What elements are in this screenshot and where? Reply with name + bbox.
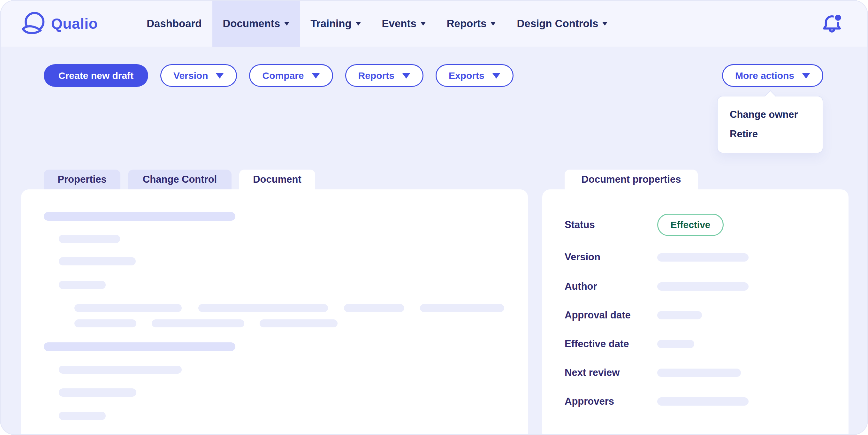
skeleton-line <box>152 319 244 328</box>
document-properties-card: Status Effective Version Author Approval… <box>542 189 848 435</box>
author-label: Author <box>565 281 597 292</box>
skeleton-line <box>260 319 338 328</box>
effective-date-value-skeleton <box>657 340 694 348</box>
exports-dropdown-button[interactable]: Exports <box>436 64 514 87</box>
skeleton-line <box>420 304 504 312</box>
skeleton-line <box>59 257 136 266</box>
skeleton-line <box>344 304 404 312</box>
more-actions-wrapper: More actions Change owner Retire <box>722 64 823 87</box>
nav-spacer <box>618 1 822 46</box>
top-nav: Qualio Dashboard Documents Training Even… <box>1 1 867 47</box>
next-review-value-skeleton <box>657 369 741 377</box>
tab-document-properties: Document properties <box>565 169 698 189</box>
status-label: Status <box>565 219 595 230</box>
chevron-down-icon <box>802 73 810 79</box>
skeleton-line <box>74 304 182 312</box>
approvers-value-skeleton <box>657 397 749 406</box>
tab-label: Document properties <box>582 174 681 185</box>
tab-change-control[interactable]: Change Control <box>128 169 231 189</box>
approval-date-value-skeleton <box>657 311 702 319</box>
skeleton-line <box>59 412 106 420</box>
nav-item-label: Events <box>382 18 416 30</box>
menu-item-retire[interactable]: Retire <box>718 125 823 144</box>
chevron-down-icon <box>216 73 224 79</box>
tab-document[interactable]: Document <box>239 169 315 189</box>
chevron-down-icon <box>491 22 496 26</box>
reports-dropdown-label: Reports <box>358 70 394 81</box>
tab-label: Change Control <box>143 174 217 185</box>
version-value-skeleton <box>657 253 749 261</box>
chevron-down-icon <box>602 22 608 26</box>
nav-item-reports[interactable]: Reports <box>436 1 506 46</box>
nav-item-events[interactable]: Events <box>371 1 436 46</box>
nav-item-dashboard[interactable]: Dashboard <box>136 1 212 46</box>
version-label: Version <box>565 251 600 263</box>
more-actions-label: More actions <box>735 70 794 81</box>
nav-item-training[interactable]: Training <box>300 1 371 46</box>
notifications-button[interactable] <box>822 1 842 46</box>
nav-item-label: Documents <box>223 18 280 30</box>
menu-item-change-owner[interactable]: Change owner <box>718 105 823 125</box>
skeleton-line <box>59 235 120 243</box>
reports-dropdown-button[interactable]: Reports <box>345 64 424 87</box>
version-dropdown-button[interactable]: Version <box>160 64 237 87</box>
chevron-down-icon <box>492 73 500 79</box>
chevron-down-icon <box>402 73 410 79</box>
tab-properties[interactable]: Properties <box>44 169 120 189</box>
status-badge: Effective <box>657 214 724 236</box>
nav-menu: Dashboard Documents Training Events Repo… <box>136 1 618 46</box>
nav-item-label: Training <box>310 18 351 30</box>
nav-item-label: Dashboard <box>147 18 202 30</box>
chevron-down-icon <box>312 73 320 79</box>
nav-item-documents[interactable]: Documents <box>212 1 300 46</box>
nav-item-design-controls[interactable]: Design Controls <box>506 1 618 46</box>
qualio-logo-icon <box>21 11 46 36</box>
skeleton-line <box>59 366 182 374</box>
skeleton-heading <box>44 342 235 351</box>
qualio-wordmark: Qualio <box>51 15 98 32</box>
document-toolbar: Create new draft Version Compare Reports… <box>44 64 823 87</box>
menu-arrow <box>764 90 776 102</box>
nav-item-label: Design Controls <box>517 18 598 30</box>
skeleton-heading <box>44 212 235 221</box>
compare-dropdown-label: Compare <box>262 70 304 81</box>
bell-icon <box>822 13 842 34</box>
skeleton-line <box>74 319 136 328</box>
skeleton-line <box>59 389 136 397</box>
compare-dropdown-button[interactable]: Compare <box>249 64 333 87</box>
app-window: Qualio Dashboard Documents Training Even… <box>0 0 868 435</box>
version-dropdown-label: Version <box>174 70 208 81</box>
tab-label: Document <box>253 174 302 185</box>
create-new-draft-button[interactable]: Create new draft <box>44 64 148 87</box>
chevron-down-icon <box>421 22 426 26</box>
author-value-skeleton <box>657 282 749 291</box>
document-content-card <box>21 189 528 435</box>
approval-date-label: Approval date <box>565 309 631 321</box>
more-actions-button[interactable]: More actions <box>722 64 823 87</box>
qualio-logo[interactable]: Qualio <box>21 1 98 46</box>
approvers-label: Approvers <box>565 396 614 407</box>
effective-date-label: Effective date <box>565 338 629 350</box>
chevron-down-icon <box>284 22 289 26</box>
chevron-down-icon <box>356 22 361 26</box>
more-actions-menu: Change owner Retire <box>717 96 823 153</box>
skeleton-line <box>198 304 328 312</box>
skeleton-line <box>59 281 106 289</box>
next-review-label: Next review <box>565 367 620 378</box>
exports-dropdown-label: Exports <box>449 70 485 81</box>
tab-label: Properties <box>58 174 106 185</box>
nav-item-label: Reports <box>447 18 487 30</box>
